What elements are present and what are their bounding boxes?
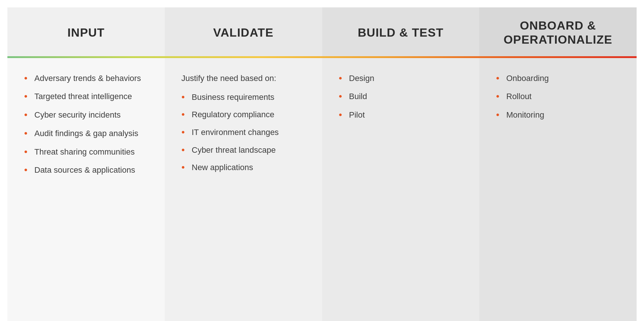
- list-item: Business requirements: [181, 92, 307, 103]
- list-item: Cyber threat landscape: [181, 145, 307, 156]
- content-row: Adversary trends & behaviors Targeted th…: [7, 58, 637, 321]
- list-item: Threat sharing communities: [24, 146, 150, 158]
- list-item: Pilot: [339, 109, 465, 121]
- list-item: Rollout: [496, 91, 622, 102]
- list-item: Build: [339, 91, 465, 102]
- list-item: Design: [339, 73, 465, 84]
- header-validate: VALIDATE: [165, 7, 322, 56]
- list-item: Cyber security incidents: [24, 109, 150, 121]
- build-test-list: Design Build Pilot: [339, 73, 465, 121]
- header-validate-title: VALIDATE: [213, 26, 273, 40]
- list-item: IT environment changes: [181, 127, 307, 138]
- content-input: Adversary trends & behaviors Targeted th…: [7, 58, 165, 321]
- header-onboard-title: ONBOARD & OPERATIONALIZE: [494, 18, 622, 47]
- list-item: New applications: [181, 162, 307, 173]
- header-row: INPUT VALIDATE BUILD & TEST ONBOARD & OP…: [7, 7, 637, 58]
- content-onboard: Onboarding Rollout Monitoring: [479, 58, 637, 321]
- input-list: Adversary trends & behaviors Targeted th…: [24, 73, 150, 176]
- header-build-test: BUILD & TEST: [322, 7, 480, 56]
- main-table: INPUT VALIDATE BUILD & TEST ONBOARD & OP…: [7, 7, 637, 321]
- header-onboard: ONBOARD & OPERATIONALIZE: [479, 7, 637, 56]
- list-item: Targeted threat intelligence: [24, 91, 150, 102]
- list-item: Adversary trends & behaviors: [24, 73, 150, 84]
- header-build-test-title: BUILD & TEST: [358, 26, 443, 40]
- list-item: Regulatory compliance: [181, 109, 307, 120]
- list-item: Audit findings & gap analysis: [24, 128, 150, 139]
- validate-intro: Justify the need based on:: [181, 73, 307, 84]
- list-item: Onboarding: [496, 73, 622, 84]
- header-input-title: INPUT: [67, 26, 105, 40]
- validate-list: Business requirements Regulatory complia…: [181, 92, 307, 173]
- list-item: Monitoring: [496, 109, 622, 121]
- onboard-list: Onboarding Rollout Monitoring: [496, 73, 622, 121]
- content-build-test: Design Build Pilot: [322, 58, 480, 321]
- list-item: Data sources & applications: [24, 165, 150, 176]
- header-input: INPUT: [7, 7, 165, 56]
- content-validate: Justify the need based on: Business requ…: [165, 58, 322, 321]
